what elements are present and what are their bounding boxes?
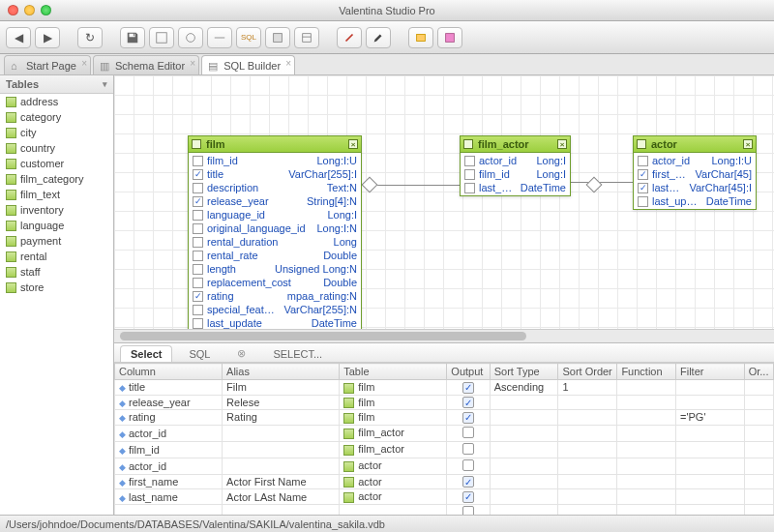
forward-button[interactable]: ▶ xyxy=(35,27,60,48)
tool-3-button[interactable] xyxy=(207,27,232,48)
sidebar-item-customer[interactable]: customer xyxy=(0,156,113,171)
field-release_year[interactable]: ✓release_yearString[4]:N xyxy=(189,194,361,208)
output-checkbox[interactable] xyxy=(462,427,474,438)
close-icon[interactable]: × xyxy=(81,58,87,69)
minimize-window-button[interactable] xyxy=(24,5,35,15)
col-column[interactable]: Column xyxy=(115,364,223,380)
save-button[interactable] xyxy=(120,27,145,48)
sidebar-item-film_category[interactable]: film_category xyxy=(0,171,113,187)
field-actor_id[interactable]: actor_idLong:I xyxy=(461,154,570,167)
entity-actor[interactable]: actor× actor_idLong:I:U✓first_nameVarCha… xyxy=(633,135,757,210)
field-actor_id[interactable]: actor_idLong:I:U xyxy=(634,154,756,167)
query-grid[interactable]: ColumnAliasTableOutputSort TypeSort Orde… xyxy=(114,363,774,515)
field-checkbox[interactable] xyxy=(193,305,203,315)
field-checkbox[interactable] xyxy=(193,223,203,234)
col-function[interactable]: Function xyxy=(617,364,676,380)
close-icon[interactable]: × xyxy=(348,139,358,149)
query-row[interactable]: ◆first_nameActor First Nameactor✓ xyxy=(115,474,774,489)
tool-9-button[interactable] xyxy=(408,27,433,48)
field-rental_rate[interactable]: rental_rateDouble xyxy=(189,249,361,262)
tab-sql-builder[interactable]: ▤ SQL Builder× xyxy=(201,55,295,74)
tool-6-button[interactable] xyxy=(294,27,319,48)
field-checkbox[interactable] xyxy=(464,183,475,193)
qtab-select-stmt[interactable]: SELECT... xyxy=(262,345,333,362)
output-checkbox[interactable]: ✓ xyxy=(462,476,474,488)
query-row[interactable]: ◆titleFilmfilm✓Ascending1 xyxy=(115,380,774,396)
col-output[interactable]: Output xyxy=(447,364,490,380)
query-row-empty[interactable] xyxy=(115,504,774,515)
field-checkbox[interactable] xyxy=(193,156,203,166)
tab-schema-editor[interactable]: ▥ Schema Editor× xyxy=(93,55,199,74)
field-last_name[interactable]: ✓last_nameVarChar[45]:I xyxy=(634,181,756,194)
sidebar-item-rental[interactable]: rental xyxy=(0,249,113,264)
refresh-button[interactable]: ↻ xyxy=(77,27,103,48)
field-checkbox[interactable] xyxy=(193,237,203,248)
diagram-canvas[interactable]: film× film_idLong:I:U✓titleVarChar[255]:… xyxy=(114,75,774,329)
col-filter[interactable]: Filter xyxy=(675,364,744,380)
query-row[interactable]: ◆actor_idactor xyxy=(115,458,774,474)
sidebar-item-category[interactable]: category xyxy=(0,109,113,125)
output-checkbox[interactable]: ✓ xyxy=(462,382,474,394)
field-checkbox[interactable]: ✓ xyxy=(193,196,203,207)
field-film_id[interactable]: film_idLong:I xyxy=(461,167,570,181)
sidebar-item-inventory[interactable]: inventory xyxy=(0,202,113,218)
field-first_name[interactable]: ✓first_nameVarChar[45] xyxy=(634,167,756,181)
field-checkbox[interactable]: ✓ xyxy=(193,291,203,302)
col-or-[interactable]: Or... xyxy=(744,364,773,380)
canvas-scrollbar[interactable] xyxy=(114,329,774,342)
output-checkbox[interactable] xyxy=(462,443,474,455)
close-icon[interactable]: × xyxy=(557,139,567,149)
query-row[interactable]: ◆actor_idfilm_actor xyxy=(115,425,774,441)
field-last_update[interactable]: last_updateDateTime xyxy=(189,316,361,329)
field-checkbox[interactable] xyxy=(193,278,203,288)
tool-5-button[interactable] xyxy=(265,27,290,48)
output-checkbox[interactable]: ✓ xyxy=(462,491,474,503)
field-special_features[interactable]: special_featuresVarChar[255]:N xyxy=(189,303,361,316)
field-rating[interactable]: ✓ratingmpaa_rating:N xyxy=(189,289,361,303)
sidebar-item-language[interactable]: language xyxy=(0,218,113,233)
tab-start-page[interactable]: ⌂ Start Page× xyxy=(4,55,91,74)
field-checkbox[interactable] xyxy=(464,156,475,166)
close-icon[interactable]: × xyxy=(285,58,291,69)
query-row[interactable]: ◆release_yearRelesefilm✓ xyxy=(115,395,774,410)
col-alias[interactable]: Alias xyxy=(223,364,340,380)
field-language_id[interactable]: language_idLong:I xyxy=(189,208,361,222)
field-checkbox[interactable] xyxy=(193,264,203,275)
output-checkbox[interactable]: ✓ xyxy=(462,412,474,424)
zoom-window-button[interactable] xyxy=(41,5,51,15)
field-checkbox[interactable] xyxy=(193,251,203,261)
field-checkbox[interactable] xyxy=(193,318,203,329)
sidebar-item-address[interactable]: address xyxy=(0,94,113,109)
field-checkbox[interactable] xyxy=(638,156,648,166)
field-title[interactable]: ✓titleVarChar[255]:I xyxy=(189,167,361,181)
output-checkbox[interactable] xyxy=(462,459,474,471)
sql-button[interactable]: SQL xyxy=(236,27,261,48)
output-checkbox[interactable] xyxy=(462,506,474,515)
field-checkbox[interactable]: ✓ xyxy=(638,169,648,180)
close-icon[interactable]: × xyxy=(743,139,753,149)
col-table[interactable]: Table xyxy=(340,364,447,380)
field-checkbox[interactable]: ✓ xyxy=(193,169,203,180)
field-last_update[interactable]: last_updateDateTime xyxy=(634,194,756,208)
qtab-select[interactable]: Select xyxy=(120,345,172,362)
field-original_language_id[interactable]: original_language_idLong:I:N xyxy=(189,222,361,235)
field-checkbox[interactable]: ✓ xyxy=(638,183,648,193)
tool-7-button[interactable] xyxy=(337,27,362,48)
sidebar-header[interactable]: Tables xyxy=(0,75,113,94)
close-icon[interactable]: × xyxy=(190,58,195,69)
col-sort-order[interactable]: Sort Order xyxy=(558,364,617,380)
brush-button[interactable] xyxy=(366,27,391,48)
field-checkbox[interactable] xyxy=(193,210,203,221)
sidebar-item-payment[interactable]: payment xyxy=(0,233,113,249)
field-checkbox[interactable] xyxy=(464,169,475,180)
qtab-sql[interactable]: SQL xyxy=(178,345,221,362)
field-film_id[interactable]: film_idLong:I:U xyxy=(189,154,361,167)
entity-film[interactable]: film× film_idLong:I:U✓titleVarChar[255]:… xyxy=(188,135,362,329)
close-window-button[interactable] xyxy=(8,5,18,15)
field-replacement_cost[interactable]: replacement_costDouble xyxy=(189,276,361,289)
sidebar-item-country[interactable]: country xyxy=(0,140,113,156)
field-checkbox[interactable] xyxy=(638,196,648,207)
sidebar-item-city[interactable]: city xyxy=(0,125,113,140)
sidebar-item-staff[interactable]: staff xyxy=(0,264,113,280)
field-description[interactable]: descriptionText:N xyxy=(189,181,361,194)
